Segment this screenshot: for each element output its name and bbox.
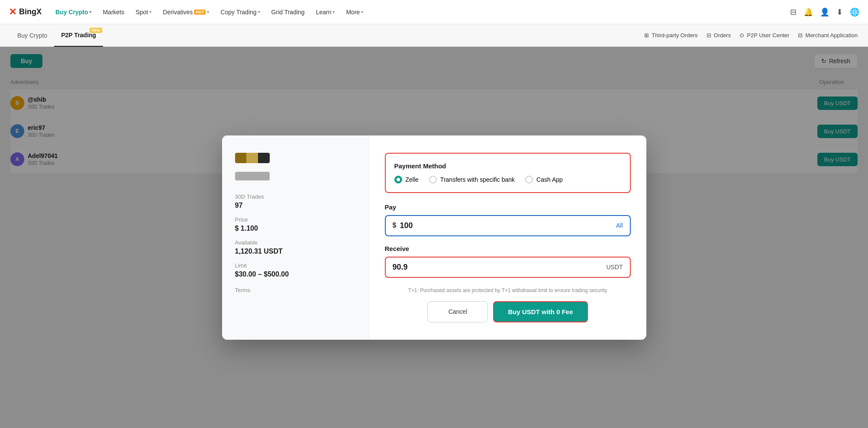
terms-label: Terms — [235, 287, 356, 293]
nav-right-icons: ⊟ 🔔 👤 ⬇ 🌐 — [790, 7, 859, 17]
merchant-icon: ⊟ — [798, 32, 803, 39]
nav-learn[interactable]: Learn ▾ — [312, 6, 339, 18]
pay-section: Pay $ All — [385, 203, 631, 236]
subnav-p2p-trading[interactable]: P2P Trading NEW — [54, 24, 103, 47]
radio-cash-app[interactable] — [525, 176, 533, 183]
subnav-buy-crypto[interactable]: Buy Crypto — [10, 24, 54, 47]
receive-value: 90.9 — [393, 263, 408, 272]
chevron-down-icon: ▾ — [207, 10, 209, 14]
payment-option-cash-app[interactable]: Cash App — [525, 176, 563, 183]
receive-section: Receive 90.9 USDT — [385, 245, 631, 278]
trades-stat: 30D Trades 97 — [235, 193, 356, 209]
pay-amount-input[interactable] — [400, 221, 613, 230]
hot-badge: HOT — [194, 10, 206, 15]
orders-icon: ⊞ — [644, 32, 649, 39]
screen-icon[interactable]: ⊟ — [790, 7, 797, 17]
receive-label: Receive — [385, 245, 631, 252]
pay-input-box: $ All — [385, 215, 631, 236]
nav-more[interactable]: More ▾ — [342, 6, 368, 18]
user-circle-icon: ⊙ — [739, 32, 744, 39]
buy-modal: 30D Trades 97 Price $ 1.100 Available 1,… — [222, 135, 646, 340]
third-party-orders-link[interactable]: ⊞ Third-party Orders — [644, 32, 697, 39]
payment-option-bank-transfer[interactable]: Transfers with specific bank — [429, 176, 515, 183]
top-navigation: ✕ BingX Buy Crypto ▾ Markets Spot ▾ Deri… — [0, 0, 868, 24]
p2p-user-center-link[interactable]: ⊙ P2P User Center — [739, 32, 789, 39]
chevron-down-icon: ▾ — [332, 10, 335, 14]
all-button[interactable]: All — [616, 222, 623, 229]
modal-overlay: 30D Trades 97 Price $ 1.100 Available 1,… — [0, 47, 868, 428]
color-segment-dark — [258, 153, 270, 163]
nav-spot[interactable]: Spot ▾ — [131, 6, 156, 18]
buy-usdt-fee-button[interactable]: Buy USDT with 0 Fee — [493, 301, 587, 322]
price-stat: Price $ 1.100 — [235, 216, 356, 232]
available-stat: Available 1,120.31 USDT — [235, 239, 356, 255]
radio-zelle[interactable] — [394, 176, 402, 183]
main-content: Buy ↻ Refresh Advertisers Operation B @s… — [0, 47, 868, 428]
orders-link[interactable]: ⊟ Orders — [707, 32, 731, 39]
receive-currency: USDT — [606, 264, 623, 270]
nav-derivatives[interactable]: Derivatives HOT ▾ — [158, 6, 213, 18]
sub-navigation: Buy Crypto P2P Trading NEW ⊞ Third-party… — [0, 24, 868, 47]
chevron-down-icon: ▾ — [149, 10, 152, 14]
t1-notice: T+1: Purchased assets are protected by T… — [385, 286, 631, 294]
orders-icon: ⊟ — [707, 32, 711, 39]
radio-dot — [397, 178, 400, 181]
download-icon[interactable]: ⬇ — [836, 7, 843, 17]
currency-symbol: $ — [393, 222, 397, 229]
nav-markets[interactable]: Markets — [98, 6, 129, 18]
merchant-application-link[interactable]: ⊟ Merchant Application — [798, 32, 858, 39]
chevron-down-icon: ▾ — [258, 10, 260, 14]
nav-grid-trading[interactable]: Grid Trading — [267, 6, 309, 18]
new-badge: NEW — [90, 28, 102, 33]
cancel-button[interactable]: Cancel — [427, 301, 488, 322]
color-segment-tan — [246, 153, 258, 163]
subnav-right-actions: ⊞ Third-party Orders ⊟ Orders ⊙ P2P User… — [644, 32, 858, 39]
modal-left-panel: 30D Trades 97 Price $ 1.100 Available 1,… — [222, 135, 369, 340]
modal-actions: Cancel Buy USDT with 0 Fee — [385, 301, 631, 322]
radio-bank-transfer[interactable] — [429, 176, 437, 183]
modal-right-panel: Payment Method Zelle Transfers with spec… — [369, 135, 646, 340]
logo-text: BingX — [19, 7, 42, 16]
bell-icon[interactable]: 🔔 — [803, 7, 813, 17]
nav-buy-crypto[interactable]: Buy Crypto ▾ — [51, 6, 96, 18]
globe-icon[interactable]: 🌐 — [850, 7, 859, 17]
limit-stat: Limit $30.00 – $500.00 — [235, 262, 356, 278]
logo[interactable]: ✕ BingX — [9, 6, 42, 18]
receive-box: 90.9 USDT — [385, 257, 631, 278]
chevron-down-icon: ▾ — [89, 10, 91, 14]
color-segment-brown — [235, 153, 247, 163]
payment-options: Zelle Transfers with specific bank Cash … — [394, 176, 621, 183]
logo-x-icon: ✕ — [9, 6, 16, 18]
advertiser-color-bar-gray — [235, 172, 270, 180]
pay-label: Pay — [385, 203, 631, 211]
payment-option-zelle[interactable]: Zelle — [394, 176, 419, 183]
payment-method-box: Payment Method Zelle Transfers with spec… — [385, 153, 631, 193]
user-icon[interactable]: 👤 — [820, 7, 829, 17]
chevron-down-icon: ▾ — [361, 10, 363, 14]
nav-copy-trading[interactable]: Copy Trading ▾ — [216, 6, 264, 18]
advertiser-color-bar — [235, 153, 270, 163]
payment-method-title: Payment Method — [394, 162, 621, 170]
